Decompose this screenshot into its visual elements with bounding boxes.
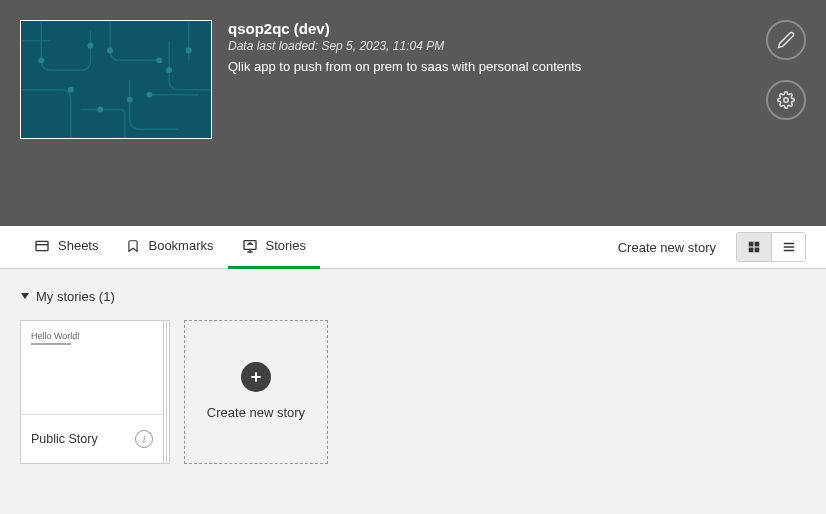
collapse-triangle-icon: [20, 289, 30, 304]
stories-grid: Hello World! Public Story i Create new s…: [20, 320, 806, 464]
grid-view-button[interactable]: [737, 233, 771, 261]
grid-icon: [747, 240, 761, 254]
svg-rect-15: [749, 242, 754, 247]
svg-point-7: [166, 67, 172, 73]
section-title: My stories (1): [36, 289, 115, 304]
my-stories-section-header[interactable]: My stories (1): [20, 289, 806, 304]
story-title: Public Story: [31, 432, 98, 446]
story-preview: Hello World!: [21, 321, 163, 415]
svg-point-11: [784, 98, 789, 103]
tab-bookmarks[interactable]: Bookmarks: [112, 226, 227, 269]
svg-point-6: [127, 97, 133, 103]
settings-button[interactable]: [766, 80, 806, 120]
svg-point-3: [68, 87, 74, 93]
svg-rect-0: [22, 21, 211, 138]
info-icon[interactable]: i: [135, 430, 153, 448]
preview-text: Hello World!: [31, 331, 80, 341]
svg-rect-17: [749, 248, 754, 253]
tab-bar: Sheets Bookmarks Stories Create new stor…: [0, 226, 826, 269]
tab-sheets[interactable]: Sheets: [20, 226, 112, 269]
content-area: My stories (1) Hello World! Public Story…: [0, 269, 826, 484]
create-card-label: Create new story: [207, 404, 305, 422]
preview-line: [31, 343, 71, 345]
svg-point-9: [97, 107, 103, 113]
app-header: qsop2qc (dev) Data last loaded: Sep 5, 2…: [0, 0, 826, 226]
app-description: Qlik app to push from on prem to saas wi…: [228, 59, 806, 74]
svg-point-2: [87, 43, 93, 49]
svg-rect-12: [36, 241, 48, 250]
tab-label: Bookmarks: [148, 238, 213, 253]
svg-point-5: [156, 57, 162, 63]
pencil-icon: [777, 31, 795, 49]
thumbnail-pattern-icon: [21, 21, 211, 138]
svg-point-8: [186, 48, 192, 54]
list-view-button[interactable]: [771, 233, 805, 261]
story-footer: Public Story i: [21, 415, 163, 463]
tab-stories[interactable]: Stories: [228, 226, 320, 269]
tab-label: Stories: [266, 238, 306, 253]
sheets-icon: [34, 238, 50, 254]
view-toggle: [736, 232, 806, 262]
app-thumbnail: [20, 20, 212, 139]
story-card[interactable]: Hello World! Public Story i: [20, 320, 164, 464]
story-icon: [242, 238, 258, 254]
svg-rect-18: [755, 248, 760, 253]
tab-bar-actions: Create new story: [610, 232, 806, 262]
svg-point-4: [107, 48, 113, 54]
plus-circle-icon: [241, 362, 271, 392]
gear-icon: [777, 91, 795, 109]
tab-label: Sheets: [58, 238, 98, 253]
data-load-date: Data last loaded: Sep 5, 2023, 11:04 PM: [228, 39, 806, 53]
svg-rect-16: [755, 242, 760, 247]
svg-point-10: [146, 92, 152, 98]
create-story-card[interactable]: Create new story: [184, 320, 328, 464]
create-new-story-link[interactable]: Create new story: [610, 240, 724, 255]
svg-point-1: [38, 57, 44, 63]
list-icon: [782, 240, 796, 254]
app-info: qsop2qc (dev) Data last loaded: Sep 5, 2…: [228, 20, 806, 206]
app-title: qsop2qc (dev): [228, 20, 806, 37]
edit-button[interactable]: [766, 20, 806, 60]
bookmark-icon: [126, 238, 140, 254]
header-actions: [766, 20, 806, 120]
